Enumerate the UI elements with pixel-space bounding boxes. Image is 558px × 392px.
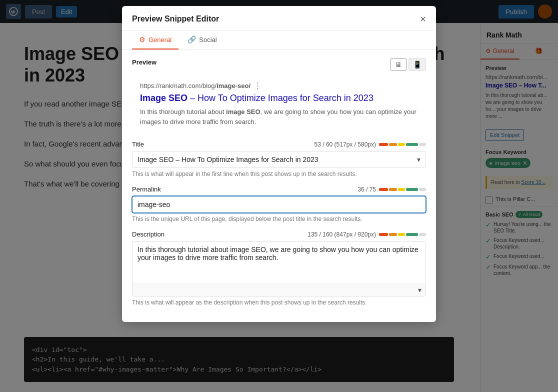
description-progress-bar	[379, 233, 426, 236]
description-textarea[interactable]: In this thorough tutorial about image SE…	[132, 242, 426, 282]
description-field-header: Description 135 / 160 (847px / 920px)	[132, 230, 426, 238]
modal-tab-social[interactable]: 🔗 Social	[180, 30, 224, 50]
preview-section: Preview 🖥 📱 https://rankmath.com/blog/im…	[132, 58, 426, 132]
permalink-field-group: Permalink 36 / 75 This is the unique URL…	[132, 186, 426, 222]
gear-icon: ⚙	[139, 36, 146, 44]
modal-tab-social-label: Social	[199, 36, 216, 44]
permalink-field-header: Permalink 36 / 75	[132, 186, 426, 193]
preview-label: Preview	[132, 58, 156, 66]
preview-description: In this thorough tutorial about image SE…	[140, 107, 418, 126]
preview-toolbar: Preview 🖥 📱	[132, 58, 426, 71]
title-field-group: Title 53 / 60 (517px / 580px) ▾ This is …	[132, 140, 426, 178]
preview-url-row: https://rankmath.com/blog/image-seo/ ⋮	[140, 81, 418, 90]
title-field-header: Title 53 / 60 (517px / 580px)	[132, 140, 426, 148]
description-hint: This is what will appear as the descript…	[132, 299, 426, 306]
preview-url-menu[interactable]: ⋮	[254, 81, 262, 90]
description-expand-button[interactable]: ▾	[418, 286, 422, 294]
modal-body: Preview 🖥 📱 https://rankmath.com/blog/im…	[122, 50, 436, 322]
title-char-count: 53 / 60 (517px / 580px)	[314, 141, 376, 148]
description-textarea-row: In this thorough tutorial about image SE…	[132, 241, 426, 296]
description-char-count: 135 / 160 (847px / 920px)	[308, 231, 376, 238]
modal-tab-general[interactable]: ⚙ General	[132, 30, 178, 50]
desktop-icon: 🖥	[395, 60, 402, 68]
desktop-view-button[interactable]: 🖥	[390, 58, 406, 71]
title-input[interactable]	[132, 152, 412, 168]
mobile-view-button[interactable]: 📱	[408, 58, 426, 71]
preview-box: https://rankmath.com/blog/image-seo/ ⋮ I…	[132, 75, 426, 132]
modal-header: Preview Snippet Editor ×	[122, 6, 436, 30]
preview-url-slug: image-seo/	[216, 82, 250, 90]
title-progress-bar	[379, 143, 426, 146]
modal-tabs: ⚙ General 🔗 Social	[122, 30, 436, 50]
title-field-label: Title	[132, 140, 144, 148]
permalink-field-label: Permalink	[132, 186, 161, 193]
preview-url: https://rankmath.com/blog/image-seo/	[140, 82, 250, 90]
permalink-input[interactable]	[132, 196, 426, 213]
title-input-row: ▾	[132, 151, 426, 168]
description-field-group: Description 135 / 160 (847px / 920px) In…	[132, 230, 426, 306]
preview-title: Image SEO – How To Optimize Images for S…	[140, 92, 418, 104]
permalink-progress-bar	[379, 188, 426, 191]
title-expand-button[interactable]: ▾	[412, 152, 426, 168]
title-hint: This is what will appear in the first li…	[132, 170, 426, 178]
description-footer: ▾	[132, 284, 426, 296]
snippet-editor-modal: Preview Snippet Editor × ⚙ General 🔗 Soc…	[122, 6, 436, 322]
share-icon: 🔗	[188, 36, 196, 44]
description-field-label: Description	[132, 230, 164, 238]
modal-close-button[interactable]: ×	[420, 14, 426, 24]
modal-tab-general-label: General	[148, 36, 172, 44]
permalink-char-count: 36 / 75	[358, 186, 376, 193]
modal-title: Preview Snippet Editor	[132, 14, 219, 24]
permalink-hint: This is the unique URL of this page, dis…	[132, 216, 426, 222]
mobile-icon: 📱	[413, 60, 422, 68]
preview-view-buttons: 🖥 📱	[390, 58, 426, 71]
